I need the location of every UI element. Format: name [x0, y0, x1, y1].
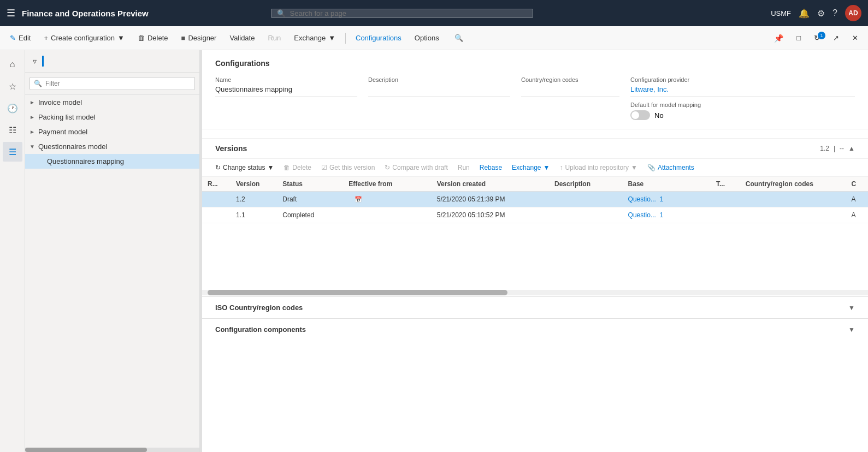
- user-avatar[interactable]: AD: [845, 5, 861, 21]
- chevron-down-icon: ▼: [29, 144, 35, 150]
- filter-icon[interactable]: ▿: [29, 53, 40, 69]
- hamburger-icon[interactable]: ☰: [7, 7, 15, 19]
- tree-filter-area: 🔍: [25, 73, 199, 95]
- cell-effective-2: [343, 207, 431, 223]
- config-header-section: Configurations Name Questionnaires mappi…: [202, 50, 868, 129]
- iso-accordion-section[interactable]: ISO Country/region codes ▼: [202, 296, 868, 318]
- search-filter-icon: 🔍: [454, 34, 463, 42]
- global-search[interactable]: 🔍: [271, 9, 533, 18]
- cell-created-1: 5/21/2020 05:21:39 PM: [432, 192, 549, 207]
- default-mapping-label: Default for model mapping: [630, 102, 855, 108]
- tree-panel: ▿ 🔍 ► Invoice model ► Packing list model: [25, 50, 200, 452]
- tree-item-questionnaires-mapping[interactable]: Questionnaires mapping: [25, 154, 199, 169]
- change-status-button[interactable]: ↻ Change status ▼: [211, 162, 278, 173]
- options-button[interactable]: Options: [409, 32, 445, 44]
- edit-button[interactable]: ✎ Edit: [4, 32, 36, 44]
- components-chevron-down-icon: ▼: [848, 326, 855, 334]
- cell-c-2: A: [846, 207, 868, 223]
- cell-desc-1: [549, 192, 623, 207]
- get-version-icon: ☑: [321, 164, 327, 171]
- col-header-r: R...: [202, 177, 231, 192]
- tree-filter-input[interactable]: [29, 77, 195, 90]
- tree-search-icon: 🔍: [34, 80, 42, 87]
- configurations-button[interactable]: Configurations: [350, 32, 407, 44]
- search-icon: 🔍: [277, 9, 286, 17]
- versions-exchange-chevron-icon: ▼: [543, 164, 550, 171]
- sidebar-icon-recent[interactable]: 🕐: [3, 98, 22, 118]
- versions-delete-button[interactable]: 🗑 Delete: [279, 162, 316, 173]
- rebase-button[interactable]: Rebase: [475, 162, 506, 173]
- provider-group: Configuration provider Litware, Inc.: [630, 76, 855, 97]
- expand-button[interactable]: □: [791, 32, 806, 44]
- config-desc-value: [368, 85, 510, 97]
- settings-icon[interactable]: ⚙: [817, 8, 825, 19]
- config-components-accordion-section[interactable]: Configuration components ▼: [202, 318, 868, 340]
- tree-horizontal-scrollbar[interactable]: [25, 448, 199, 452]
- exchange-button[interactable]: Exchange ▼: [288, 32, 341, 44]
- help-icon[interactable]: ?: [832, 8, 837, 18]
- col-header-c: C: [846, 177, 868, 192]
- sidebar-icon-workspaces[interactable]: ☷: [3, 120, 22, 140]
- upload-icon: ↑: [559, 164, 563, 171]
- table-row[interactable]: 1.1 Completed 5/21/2020 05:10:52 PM Ques…: [202, 207, 868, 223]
- col-header-version[interactable]: Version: [231, 177, 277, 192]
- cell-c-1: A: [846, 192, 868, 207]
- default-mapping-value: No: [654, 111, 664, 120]
- cell-status-2: Completed: [277, 207, 343, 223]
- open-in-new-button[interactable]: ↗: [828, 32, 845, 44]
- search-input[interactable]: [290, 9, 527, 17]
- pin-button[interactable]: 📌: [769, 32, 789, 45]
- sidebar-icon-favorites[interactable]: ☆: [3, 76, 22, 96]
- col-header-base[interactable]: Base: [623, 177, 711, 192]
- col-header-country[interactable]: Country/region codes: [740, 177, 846, 192]
- col-header-effective[interactable]: Effective from: [343, 177, 431, 192]
- default-mapping-toggle[interactable]: [630, 110, 650, 120]
- nav-right-area: USMF 🔔 ⚙ ? AD: [771, 5, 861, 21]
- app-title: Finance and Operations Preview: [22, 9, 149, 18]
- compare-with-draft-button[interactable]: ↻ Compare with draft: [380, 162, 452, 173]
- config-desc-label: Description: [368, 76, 510, 83]
- calendar-icon[interactable]: 📅: [355, 196, 362, 203]
- delete-button[interactable]: 🗑 Delete: [132, 32, 174, 44]
- tree-item-packing-list-model[interactable]: ► Packing list model: [25, 110, 199, 124]
- edit-icon: ✎: [10, 34, 16, 42]
- cell-base-2: Questio... 1: [623, 207, 711, 223]
- cell-t-2: [711, 207, 740, 223]
- versions-table-body: 1.2 Draft 📅 5/21/2020 05:21:39 PM Questi…: [202, 192, 868, 223]
- col-header-created[interactable]: Version created: [432, 177, 549, 192]
- col-header-description[interactable]: Description: [549, 177, 623, 192]
- get-this-version-button[interactable]: ☑ Get this version: [317, 162, 379, 173]
- tree-item-invoice-model[interactable]: ► Invoice model: [25, 95, 199, 110]
- table-empty-space: [202, 223, 868, 289]
- tree-item-questionnaires-model[interactable]: ▼ Questionnaires model: [25, 139, 199, 154]
- cell-version-2: 1.1: [231, 207, 277, 223]
- upload-into-repo-button[interactable]: ↑ Upload into repository ▼: [555, 162, 642, 173]
- search-filter-button[interactable]: 🔍: [449, 32, 469, 44]
- plus-icon: +: [44, 34, 48, 42]
- close-button[interactable]: ✕: [847, 32, 864, 44]
- versions-chevron-up-icon[interactable]: ▲: [848, 145, 855, 152]
- attachments-button[interactable]: 📎 Attachments: [643, 162, 699, 173]
- run-button[interactable]: Run: [262, 32, 286, 44]
- cell-r-1: [202, 192, 231, 207]
- tree-item-payment-model[interactable]: ► Payment model: [25, 124, 199, 139]
- provider-value[interactable]: Litware, Inc.: [630, 85, 855, 97]
- refresh-button[interactable]: ↻ 1: [808, 32, 825, 44]
- designer-button[interactable]: ■ Designer: [176, 32, 222, 44]
- sidebar-icon-home[interactable]: ⌂: [3, 55, 22, 74]
- validate-button[interactable]: Validate: [224, 32, 260, 44]
- col-header-status[interactable]: Status: [277, 177, 343, 192]
- main-layout: ⌂ ☆ 🕐 ☷ ☰ ▿ 🔍 ► Invoice model ►: [0, 50, 868, 452]
- table-horizontal-scrollbar[interactable]: [202, 290, 868, 295]
- notifications-icon[interactable]: 🔔: [799, 8, 810, 19]
- config-description-group: Description: [368, 76, 521, 120]
- delete-icon: 🗑: [138, 34, 145, 42]
- cell-base-1: Questio... 1: [623, 192, 711, 207]
- cmd-separator-1: [345, 33, 346, 44]
- versions-exchange-button[interactable]: Exchange ▼: [507, 162, 554, 173]
- table-row[interactable]: 1.2 Draft 📅 5/21/2020 05:21:39 PM Questi…: [202, 192, 868, 207]
- create-configuration-button[interactable]: + Create configuration ▼: [38, 32, 130, 44]
- cell-status-1: Draft: [277, 192, 343, 207]
- sidebar-icon-list[interactable]: ☰: [3, 142, 22, 162]
- versions-run-button[interactable]: Run: [453, 162, 474, 173]
